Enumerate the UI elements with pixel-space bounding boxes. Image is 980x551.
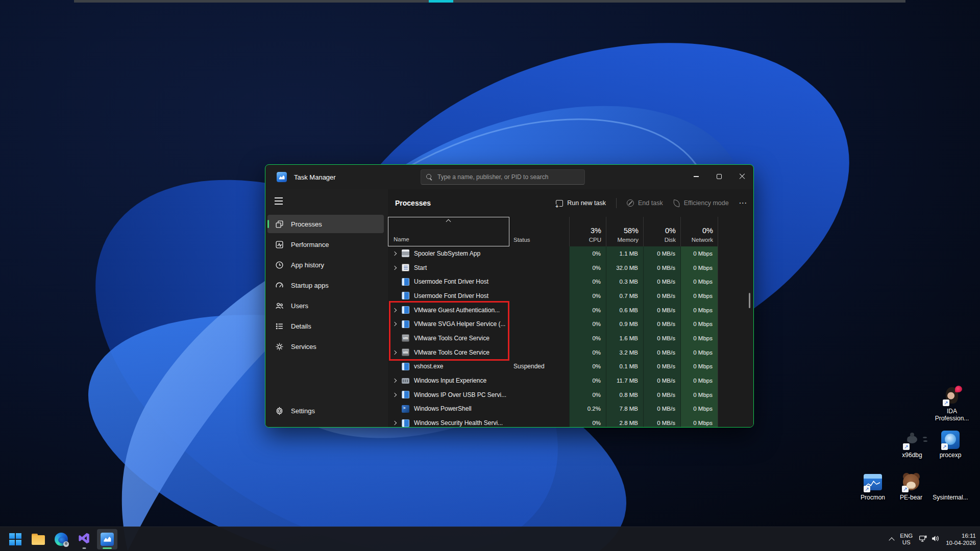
tray-overflow-chevron-icon[interactable] bbox=[889, 537, 895, 543]
network-icon[interactable] bbox=[919, 534, 927, 545]
memory-value: 32.0 MB bbox=[606, 261, 643, 275]
search-input[interactable] bbox=[437, 173, 579, 181]
cpu-value: 0% bbox=[569, 261, 606, 275]
services-icon bbox=[275, 342, 284, 351]
minimize-button[interactable] bbox=[684, 165, 707, 188]
table-row[interactable]: VMware Tools Core Service 0% 1.6 MB 0 MB… bbox=[388, 331, 754, 345]
edge-button[interactable] bbox=[51, 529, 71, 549]
column-header-name[interactable]: Name bbox=[388, 217, 509, 246]
disk-value: 0 MB/s bbox=[643, 402, 680, 416]
desktop-icon-image: ↗ bbox=[941, 386, 963, 406]
expand-chevron-icon[interactable] bbox=[393, 350, 397, 354]
column-header-disk[interactable]: 0% Disk bbox=[643, 217, 680, 246]
visual-studio-button[interactable] bbox=[74, 529, 94, 549]
network-value: 0 Mbps bbox=[680, 345, 718, 360]
more-options-button[interactable]: ... bbox=[739, 199, 747, 207]
expand-chevron-icon[interactable] bbox=[393, 308, 397, 312]
end-task-button[interactable]: End task bbox=[627, 199, 663, 207]
network-value: 0 Mbps bbox=[680, 246, 718, 261]
sidebar-item-details[interactable]: Details bbox=[267, 317, 384, 335]
table-row[interactable]: vshost.exe Suspended 0% 0.1 MB 0 MB/s 0 … bbox=[388, 360, 754, 374]
run-new-task-button[interactable]: Run new task bbox=[556, 199, 606, 207]
expand-chevron-icon[interactable] bbox=[393, 421, 397, 425]
network-value: 0 Mbps bbox=[680, 388, 718, 402]
sidebar-item-services[interactable]: Services bbox=[267, 337, 384, 356]
expand-chevron-icon[interactable] bbox=[393, 392, 397, 396]
process-status bbox=[509, 345, 569, 360]
process-name: Spooler SubSystem App bbox=[414, 250, 480, 257]
file-explorer-button[interactable] bbox=[28, 529, 48, 549]
task-manager-taskbar-button[interactable] bbox=[97, 529, 117, 549]
taskbar: ENG US 16:11 10-04-2026 bbox=[0, 527, 980, 551]
expand-chevron-icon[interactable] bbox=[393, 252, 397, 256]
table-row[interactable]: Windows Input Experience 0% 11.7 MB 0 MB… bbox=[388, 373, 754, 388]
efficiency-mode-button[interactable]: Efficiency mode bbox=[673, 199, 729, 207]
titlebar[interactable]: Task Manager bbox=[265, 165, 753, 189]
volume-icon[interactable] bbox=[931, 534, 940, 545]
vertical-scrollbar[interactable] bbox=[749, 293, 750, 308]
sidebar-item-performance[interactable]: Performance bbox=[267, 235, 384, 254]
column-header-memory[interactable]: 58% Memory bbox=[606, 217, 643, 246]
process-status bbox=[509, 289, 569, 303]
desktop-icon-procmon[interactable]: ↗ Procmon bbox=[851, 472, 894, 501]
vm-icon bbox=[402, 334, 409, 342]
close-button[interactable] bbox=[730, 165, 753, 188]
sidebar-item-users[interactable]: Users bbox=[267, 296, 384, 315]
table-row[interactable]: Windows PowerShell 0.2% 7.8 MB 0 MB/s 0 … bbox=[388, 402, 754, 416]
desktop-icon-procexp[interactable]: ↗ procexp bbox=[929, 430, 972, 459]
vmware-toolbar-strip[interactable] bbox=[74, 0, 905, 3]
page-title: Processes bbox=[395, 199, 431, 207]
close-icon bbox=[739, 173, 745, 180]
table-row[interactable]: Windows IP Over USB PC Servi... 0% 0.8 M… bbox=[388, 388, 754, 402]
column-header-extra bbox=[718, 217, 744, 246]
maximize-button[interactable] bbox=[707, 165, 730, 188]
expand-chevron-icon[interactable] bbox=[393, 322, 397, 326]
vmware-toolbar-tab[interactable] bbox=[429, 0, 453, 3]
language-indicator[interactable]: ENG US bbox=[900, 533, 913, 546]
desktop-icon-label: PE-bear bbox=[890, 494, 933, 501]
table-row[interactable]: Start 0% 32.0 MB 0 MB/s 0 Mbps bbox=[388, 261, 754, 275]
cpu-total: 3% bbox=[591, 227, 601, 235]
expand-chevron-icon[interactable] bbox=[393, 379, 397, 383]
table-row[interactable]: Windows Security Health Servi... 0% 2.8 … bbox=[388, 416, 754, 427]
column-header-cpu[interactable]: 3% CPU bbox=[569, 217, 606, 246]
expand-chevron-icon[interactable] bbox=[393, 265, 397, 269]
network-total: 0% bbox=[702, 227, 713, 235]
sidebar-item-app-history[interactable]: App history bbox=[267, 256, 384, 274]
process-name: VMware Tools Core Service bbox=[414, 349, 489, 356]
memory-value: 0.8 MB bbox=[606, 388, 643, 402]
printer-icon bbox=[402, 249, 409, 257]
desktop-icon-label: Procmon bbox=[851, 494, 894, 501]
process-name: Windows IP Over USB PC Servi... bbox=[414, 391, 506, 398]
hamburger-menu-button[interactable] bbox=[275, 196, 286, 206]
desktop-icon-sysinternals[interactable]: ↗ Sysinternal... bbox=[929, 472, 972, 501]
sidebar-item-startup-apps[interactable]: Startup apps bbox=[267, 276, 384, 294]
sidebar-item-processes[interactable]: Processes bbox=[267, 215, 384, 233]
cpu-value: 0% bbox=[569, 289, 606, 303]
desktop-icon-pebear[interactable]: ↗ PE-bear bbox=[890, 472, 933, 501]
table-row[interactable]: VMware Guest Authentication... 0% 0.6 MB… bbox=[388, 303, 754, 317]
cpu-value: 0% bbox=[569, 331, 606, 345]
start-button[interactable] bbox=[5, 529, 26, 549]
minimize-icon bbox=[694, 176, 699, 177]
table-row[interactable]: Usermode Font Driver Host 0% 0.3 MB 0 MB… bbox=[388, 274, 754, 289]
desktop-icon-x96dbg[interactable]: ↗ x96dbg bbox=[891, 430, 934, 459]
users-icon bbox=[275, 301, 284, 310]
process-name: vshost.exe bbox=[414, 363, 443, 370]
table-row[interactable]: VMware Tools Core Service 0% 3.2 MB 0 MB… bbox=[388, 345, 754, 360]
search-box[interactable] bbox=[421, 169, 585, 185]
table-row[interactable]: Usermode Font Driver Host 0% 0.7 MB 0 MB… bbox=[388, 289, 754, 303]
memory-value: 0.1 MB bbox=[606, 360, 643, 374]
column-header-status[interactable]: Status bbox=[509, 217, 569, 246]
appwin-icon bbox=[402, 320, 409, 328]
column-header-network[interactable]: 0% Network bbox=[680, 217, 718, 246]
desktop-icon-label: x96dbg bbox=[891, 452, 934, 459]
table-row[interactable]: VMware SVGA Helper Service (... 0% 0.9 M… bbox=[388, 317, 754, 331]
desktop-icon-ida[interactable]: ↗ IDA Profession... bbox=[930, 386, 973, 422]
appwin-icon bbox=[402, 419, 409, 427]
clock[interactable]: 16:11 10-04-2026 bbox=[946, 532, 976, 546]
sidebar-item-label: Services bbox=[291, 343, 316, 350]
desktop: ↗ IDA Profession... ↗ x96dbg ↗ procexp ↗… bbox=[0, 0, 980, 551]
sidebar-item-settings[interactable]: Settings bbox=[267, 402, 384, 420]
table-row[interactable]: Spooler SubSystem App 0% 1.1 MB 0 MB/s 0… bbox=[388, 246, 754, 261]
